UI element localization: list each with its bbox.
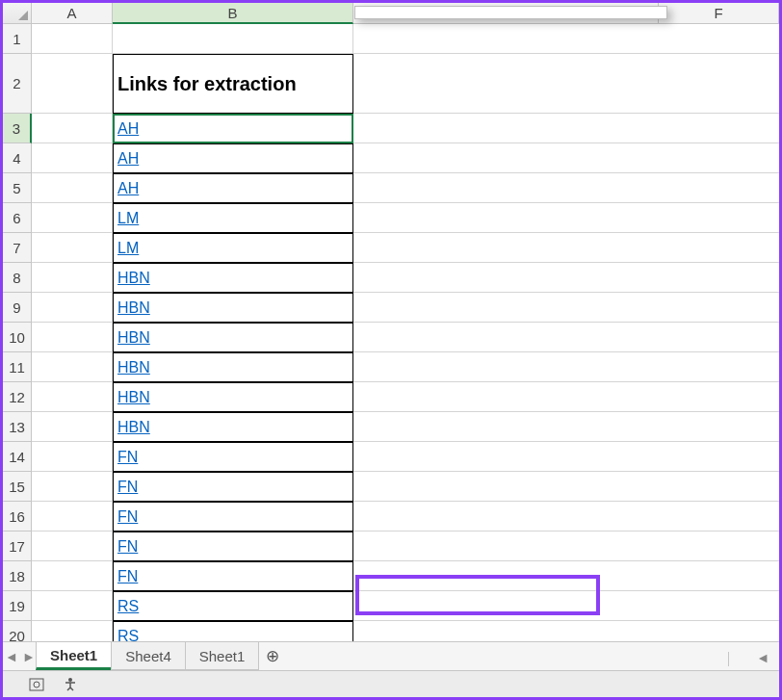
hyperlink[interactable]: AH bbox=[117, 120, 139, 138]
row-header-19[interactable]: 19 bbox=[3, 591, 32, 621]
sheet-tab-sheet4-1[interactable]: Sheet4 bbox=[111, 642, 186, 670]
row-header-17[interactable]: 17 bbox=[3, 531, 32, 561]
scroll-left-icon[interactable]: ◄ bbox=[756, 650, 769, 665]
row-header-6[interactable]: 6 bbox=[3, 203, 32, 233]
cell-rest-18[interactable] bbox=[353, 561, 779, 591]
cell-rest-2[interactable] bbox=[353, 54, 779, 114]
hyperlink[interactable]: RS bbox=[117, 598, 139, 615]
cell-B18[interactable]: FN bbox=[113, 561, 353, 591]
cell-A14[interactable] bbox=[32, 442, 113, 472]
row-header-4[interactable]: 4 bbox=[3, 143, 32, 173]
row-header-3[interactable]: 3 bbox=[3, 114, 32, 143]
hyperlink[interactable]: HBN bbox=[117, 299, 150, 317]
accessibility-status[interactable] bbox=[63, 677, 84, 692]
hyperlink[interactable]: LM bbox=[117, 240, 139, 257]
cell-B12[interactable]: HBN bbox=[113, 382, 353, 412]
hyperlink[interactable]: HBN bbox=[117, 419, 150, 436]
cell-A18[interactable] bbox=[32, 561, 113, 591]
cell-rest-1[interactable] bbox=[353, 24, 779, 54]
cell-B13[interactable]: HBN bbox=[113, 412, 353, 442]
cell-A10[interactable] bbox=[32, 323, 113, 352]
tab-nav-prev[interactable]: ◄ bbox=[3, 642, 20, 670]
row-header-5[interactable]: 5 bbox=[3, 173, 32, 203]
row-header-16[interactable]: 16 bbox=[3, 502, 32, 531]
cell-rest-9[interactable] bbox=[353, 293, 779, 323]
cell-A3[interactable] bbox=[32, 114, 113, 143]
hyperlink[interactable]: FN bbox=[117, 568, 138, 585]
hyperlink[interactable]: LM bbox=[117, 210, 139, 227]
cell-B7[interactable]: LM bbox=[113, 233, 353, 263]
cell-A19[interactable] bbox=[32, 591, 113, 621]
cell-rest-11[interactable] bbox=[353, 352, 779, 382]
cell-B16[interactable]: FN bbox=[113, 502, 353, 531]
row-header-12[interactable]: 12 bbox=[3, 382, 32, 412]
cell-A16[interactable] bbox=[32, 502, 113, 531]
cell-A13[interactable] bbox=[32, 412, 113, 442]
row-header-14[interactable]: 14 bbox=[3, 442, 32, 472]
cell-A11[interactable] bbox=[32, 352, 113, 382]
cell-B5[interactable]: AH bbox=[113, 173, 353, 203]
sheet-tab-sheet1-0[interactable]: Sheet1 bbox=[36, 642, 112, 670]
row-header-2[interactable]: 2 bbox=[3, 54, 32, 114]
row-header-10[interactable]: 10 bbox=[3, 323, 32, 352]
cell-A9[interactable] bbox=[32, 293, 113, 323]
sheet-tab-sheet1-2[interactable]: Sheet1 bbox=[185, 642, 260, 670]
hyperlink[interactable]: FN bbox=[117, 479, 138, 496]
cell-rest-8[interactable] bbox=[353, 263, 779, 293]
hyperlink[interactable]: HBN bbox=[117, 389, 150, 406]
cell-A17[interactable] bbox=[32, 531, 113, 561]
cell-B9[interactable]: HBN bbox=[113, 293, 353, 323]
cell-rest-7[interactable] bbox=[353, 233, 779, 263]
cell-B19[interactable]: RS bbox=[113, 591, 353, 621]
row-header-11[interactable]: 11 bbox=[3, 352, 32, 382]
cell-rest-15[interactable] bbox=[353, 472, 779, 502]
cell-B2[interactable]: Links for extraction bbox=[113, 54, 353, 114]
hyperlink[interactable]: AH bbox=[117, 150, 139, 168]
cell-B6[interactable]: LM bbox=[113, 203, 353, 233]
cell-A5[interactable] bbox=[32, 173, 113, 203]
cell-rest-6[interactable] bbox=[353, 203, 779, 233]
row-header-18[interactable]: 18 bbox=[3, 561, 32, 591]
column-header-B[interactable]: B bbox=[113, 3, 353, 24]
cell-B4[interactable]: AH bbox=[113, 143, 353, 173]
cell-rest-10[interactable] bbox=[353, 323, 779, 352]
hyperlink[interactable]: FN bbox=[117, 449, 138, 466]
cell-rest-5[interactable] bbox=[353, 173, 779, 203]
cell-rest-3[interactable] bbox=[353, 114, 779, 143]
cell-B10[interactable]: HBN bbox=[113, 323, 353, 352]
row-header-7[interactable]: 7 bbox=[3, 233, 32, 263]
tab-nav-next[interactable]: ► bbox=[20, 642, 38, 670]
cell-B1[interactable] bbox=[113, 24, 353, 54]
add-sheet-button[interactable]: ⊕ bbox=[258, 642, 287, 670]
cell-A12[interactable] bbox=[32, 382, 113, 412]
row-header-9[interactable]: 9 bbox=[3, 293, 32, 323]
cell-B8[interactable]: HBN bbox=[113, 263, 353, 293]
row-header-13[interactable]: 13 bbox=[3, 412, 32, 442]
cell-rest-19[interactable] bbox=[353, 591, 779, 621]
cell-B3[interactable]: AH bbox=[113, 114, 353, 143]
column-header-F[interactable]: F bbox=[659, 3, 779, 24]
hyperlink[interactable]: HBN bbox=[117, 359, 150, 376]
hyperlink[interactable]: AH bbox=[117, 180, 139, 197]
select-all-corner[interactable] bbox=[3, 3, 32, 24]
cell-rest-14[interactable] bbox=[353, 442, 779, 472]
cell-A1[interactable] bbox=[32, 24, 113, 54]
row-header-8[interactable]: 8 bbox=[3, 263, 32, 293]
cell-A6[interactable] bbox=[32, 203, 113, 233]
hyperlink[interactable]: HBN bbox=[117, 270, 150, 287]
cell-rest-17[interactable] bbox=[353, 531, 779, 561]
column-header-A[interactable]: A bbox=[32, 3, 113, 24]
row-header-15[interactable]: 15 bbox=[3, 472, 32, 502]
hyperlink[interactable]: HBN bbox=[117, 329, 150, 347]
cell-rest-12[interactable] bbox=[353, 382, 779, 412]
cell-B11[interactable]: HBN bbox=[113, 352, 353, 382]
cell-A8[interactable] bbox=[32, 263, 113, 293]
hyperlink[interactable]: FN bbox=[117, 538, 138, 556]
cell-B14[interactable]: FN bbox=[113, 442, 353, 472]
cell-A15[interactable] bbox=[32, 472, 113, 502]
cell-rest-4[interactable] bbox=[353, 143, 779, 173]
cell-A7[interactable] bbox=[32, 233, 113, 263]
hyperlink[interactable]: FN bbox=[117, 508, 138, 526]
cell-rest-16[interactable] bbox=[353, 502, 779, 531]
cell-rest-13[interactable] bbox=[353, 412, 779, 442]
